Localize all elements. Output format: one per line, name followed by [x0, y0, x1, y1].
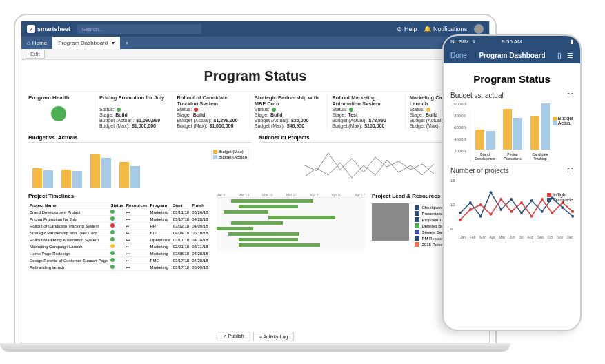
chart-legend: Inflight Complete [547, 192, 573, 202]
table-row[interactable]: Marketing Campaign Launch••Marketing02/0… [28, 243, 210, 250]
notifications-link[interactable]: 🔔 Notifications [424, 26, 467, 32]
menu-icon[interactable]: ☰ [567, 52, 573, 59]
tab-bar: ⌂Home Program Dashboard▾ ＋ [21, 37, 489, 49]
svg-point-6 [520, 212, 523, 214]
widget-title: Project Timelines [28, 193, 210, 201]
wifi-icon: ᯤ [472, 39, 477, 45]
section-title: Number of projects ⛶ [450, 167, 573, 174]
svg-point-18 [520, 201, 523, 204]
chart-legend: Budget (Max) Budget (Actual) [211, 148, 249, 161]
svg-point-20 [541, 198, 544, 201]
edit-button[interactable]: Edit [26, 50, 45, 59]
publish-button[interactable]: ↗ Publish [217, 332, 250, 341]
battery-icon: ▮ [571, 39, 573, 45]
expand-icon[interactable]: ⛶ [568, 92, 573, 99]
done-button[interactable]: Done [450, 52, 467, 59]
table-row[interactable]: Rebranding launch•••Marketing03/17/1805/… [28, 264, 210, 271]
chevron-down-icon[interactable]: ▾ [112, 40, 115, 46]
carrier-label: No SIM [450, 39, 469, 45]
project-card[interactable]: Pricing Promotion for July Status: Stage… [95, 94, 172, 129]
project-card[interactable]: Rollout of Candidate Tracking System Sta… [172, 94, 249, 129]
nav-title: Program Dashboard [473, 52, 552, 59]
tab-home[interactable]: ⌂Home [21, 40, 52, 46]
svg-point-13 [469, 208, 472, 211]
status-dot-icon [194, 108, 198, 112]
gantt-chart: Mar 6Mar 13Mar 20Mar 27Apr 3Apr 10Apr 17 [217, 193, 366, 271]
table-row[interactable]: Brand Development Project•••Marketing03/… [28, 209, 210, 216]
activity-log-button[interactable]: ≡ Activity Log [253, 332, 294, 341]
dashboard-canvas: Program Status Program Health Pricing Pr… [21, 60, 489, 343]
svg-point-8 [541, 210, 544, 213]
phone-frame: No SIM ᯤ 9:55 AM ▮ Done Program Dashboar… [442, 34, 582, 331]
page-title: Program Status [28, 64, 482, 88]
toolbar: Edit [21, 49, 489, 60]
avatar[interactable] [474, 24, 484, 34]
svg-point-4 [499, 208, 502, 211]
search-field[interactable] [77, 24, 201, 34]
device-icon[interactable]: ▯ [557, 52, 562, 59]
check-icon: ✓ [27, 25, 35, 33]
status-dot-icon [272, 108, 276, 112]
top-bar: ✓ smartsheet ⊘ Help 🔔 Notifications [21, 21, 489, 37]
svg-point-17 [510, 210, 513, 213]
project-card[interactable]: Strategic Partnership with MBF Corp Stat… [250, 94, 327, 129]
brand-logo[interactable]: ✓ smartsheet [27, 25, 70, 33]
svg-point-12 [459, 219, 462, 221]
timelines-widget: Project Timelines Project NameStatusReso… [28, 193, 210, 271]
clock: 9:55 AM [502, 39, 522, 45]
brand-text: smartsheet [37, 26, 70, 32]
table-row[interactable]: Strategic Partnership with Tyler Corp••B… [28, 230, 210, 236]
svg-point-16 [499, 198, 502, 201]
table-row[interactable]: Rollout of Candidate Tracking System••HR… [28, 223, 210, 230]
svg-point-0 [459, 212, 462, 214]
svg-point-7 [530, 199, 533, 202]
tab-dashboard[interactable]: Program Dashboard▾ [52, 37, 120, 49]
expand-icon[interactable]: ⛶ [568, 168, 573, 174]
tab-add-button[interactable]: ＋ [120, 39, 134, 47]
svg-point-23 [571, 210, 574, 213]
table-row[interactable]: Home Page Redesign•••Marketing03/08/1804… [28, 250, 210, 257]
budget-chart: Budget vs. Actuals Budget (Max) Budget (… [28, 134, 252, 188]
status-dot-icon [349, 108, 353, 112]
svg-point-14 [479, 203, 482, 206]
table-row[interactable]: Rollout Marketing Automation System•••Op… [28, 236, 210, 243]
svg-point-3 [490, 191, 493, 194]
card-title: Rollout Marketing Automation System [332, 94, 400, 105]
svg-point-19 [530, 215, 533, 218]
svg-point-15 [490, 213, 493, 216]
chart-legend: Budget Actual [553, 116, 573, 125]
lead-photo [372, 203, 409, 241]
program-health-label: Program Health [28, 94, 89, 101]
bar-chart-area: Budget (Max) Budget (Actual) [28, 145, 252, 188]
chart-title: Budget vs. Actuals [28, 134, 252, 143]
status-dot-icon [117, 108, 121, 112]
phone-status-bar: No SIM ᯤ 9:55 AM ▮ [444, 36, 580, 47]
laptop-frame: ✓ smartsheet ⊘ Help 🔔 Notifications ⌂Hom… [14, 14, 497, 345]
phone-nav-bar: Done Program Dashboard ▯ ☰ [444, 47, 580, 63]
phone-line-chart: 18126 Inflight Complete JanFebMarAprMayJ… [450, 179, 573, 241]
svg-point-1 [469, 201, 472, 204]
status-dot-icon [426, 108, 430, 112]
home-icon: ⌂ [27, 40, 30, 46]
timelines-table: Project NameStatusResourcesProgramStartF… [28, 203, 210, 271]
card-title: Rollout of Candidate Tracking System [177, 94, 245, 105]
footer-actions: ↗ Publish ≡ Activity Log [217, 332, 294, 341]
svg-point-10 [561, 206, 564, 209]
svg-point-2 [479, 215, 482, 218]
table-row[interactable]: Design Rewrite of Customer Support Page•… [28, 257, 210, 264]
svg-point-11 [571, 215, 574, 218]
page-title: Program Status [450, 69, 573, 89]
search-input[interactable] [77, 24, 201, 34]
card-title: Strategic Partnership with MBF Corp [255, 94, 323, 105]
help-link[interactable]: ⊘ Help [397, 26, 417, 32]
phone-bar-chart: 10000080000600004000020000 Brand Develop… [450, 102, 573, 161]
kpi-row: Program Health Pricing Promotion for Jul… [28, 94, 482, 129]
health-indicator-icon [51, 106, 66, 121]
svg-point-21 [551, 212, 554, 214]
program-health-widget: Program Health [28, 94, 89, 129]
section-title: Budget vs. actual ⛶ [450, 92, 573, 99]
project-card[interactable]: Rollout Marketing Automation System Stat… [327, 94, 404, 129]
card-title: Pricing Promotion for July [99, 94, 168, 105]
svg-point-5 [510, 198, 513, 201]
table-row[interactable]: Pricing Promotion for July•••Marketing03… [28, 216, 210, 223]
